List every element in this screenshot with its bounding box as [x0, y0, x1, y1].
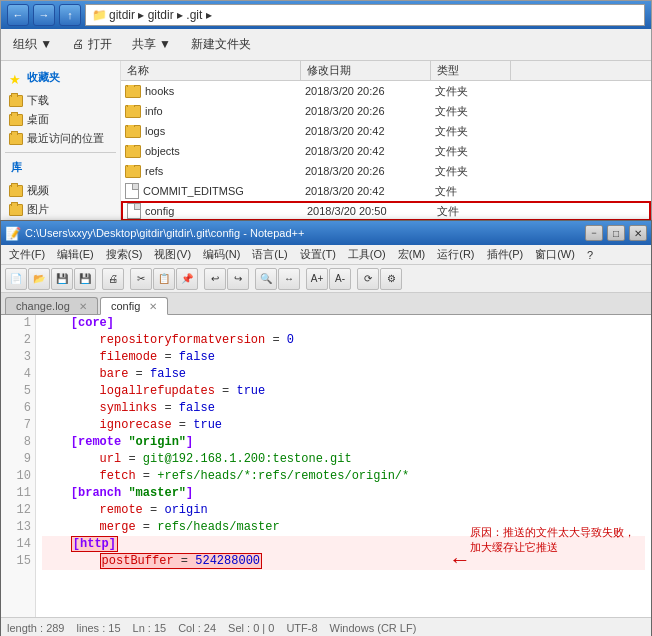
tab-changelog-close[interactable]: ✕: [79, 301, 87, 312]
file-name: hooks: [121, 85, 301, 98]
folder-icon: [125, 105, 141, 118]
tab-config[interactable]: config ✕: [100, 297, 168, 315]
open-label: 🖨 打开: [72, 36, 111, 53]
table-row[interactable]: refs 2018/3/20 20:26 文件夹: [121, 161, 651, 181]
sidebar-desktop-label: 桌面: [27, 112, 49, 127]
file-date: 2018/3/20 20:42: [301, 145, 431, 157]
table-row[interactable]: logs 2018/3/20 20:42 文件夹: [121, 121, 651, 141]
tab-config-label: config: [111, 300, 140, 312]
sidebar-item-recent[interactable]: 最近访问的位置: [5, 129, 116, 148]
find-button[interactable]: 🔍: [255, 268, 277, 290]
organize-button[interactable]: 组织 ▼: [9, 34, 56, 55]
menu-macro[interactable]: 宏(M): [392, 245, 432, 264]
settings-button[interactable]: ⚙: [380, 268, 402, 290]
zoom-out-button[interactable]: A-: [329, 268, 351, 290]
status-sel: Sel : 0 | 0: [228, 622, 274, 634]
copy-button[interactable]: 📋: [153, 268, 175, 290]
code-line-12: remote = origin: [42, 502, 645, 519]
undo-button[interactable]: ↩: [204, 268, 226, 290]
folder-icon: [9, 204, 23, 216]
code-line-10: fetch = +refs/heads/*:refs/remotes/origi…: [42, 468, 645, 485]
save-button[interactable]: 💾: [51, 268, 73, 290]
table-row[interactable]: hooks 2018/3/20 20:26 文件夹: [121, 81, 651, 101]
sidebar-item-pictures[interactable]: 图片: [5, 200, 116, 219]
menu-settings[interactable]: 设置(T): [294, 245, 342, 264]
zoom-in-button[interactable]: A+: [306, 268, 328, 290]
cut-button[interactable]: ✂: [130, 268, 152, 290]
breadcrumb[interactable]: 📁 gitdir ▸ gitdir ▸ .git ▸: [85, 4, 645, 26]
file-icon: [125, 183, 139, 199]
tab-changelog-label: change.log: [16, 300, 70, 312]
back-button[interactable]: ←: [7, 4, 29, 26]
file-date: 2018/3/20 20:42: [301, 125, 431, 137]
sidebar-recent-label: 最近访问的位置: [27, 131, 104, 146]
menu-search[interactable]: 搜索(S): [100, 245, 149, 264]
notepad-tabs: change.log ✕ config ✕: [1, 293, 651, 315]
table-row[interactable]: COMMIT_EDITMSG 2018/3/20 20:42 文件: [121, 181, 651, 201]
explorer-toolbar: 组织 ▼ 🖨 打开 共享 ▼ 新建文件夹: [1, 29, 651, 61]
tab-config-close[interactable]: ✕: [149, 301, 157, 312]
folder-icon: [125, 85, 141, 98]
file-name: objects: [121, 145, 301, 158]
sidebar-pictures-label: 图片: [27, 202, 49, 217]
forward-button[interactable]: →: [33, 4, 55, 26]
menu-view[interactable]: 视图(V): [148, 245, 197, 264]
redo-button[interactable]: ↪: [227, 268, 249, 290]
maximize-button[interactable]: □: [607, 225, 625, 241]
file-name: COMMIT_EDITMSG: [121, 183, 301, 199]
menu-run[interactable]: 运行(R): [431, 245, 480, 264]
close-button[interactable]: ✕: [629, 225, 647, 241]
paste-button[interactable]: 📌: [176, 268, 198, 290]
sync-button[interactable]: ⟳: [357, 268, 379, 290]
library-label: 库: [9, 159, 24, 176]
tab-changelog[interactable]: change.log ✕: [5, 297, 98, 314]
file-type: 文件夹: [431, 84, 511, 99]
notepad-menubar: 文件(F) 编辑(E) 搜索(S) 视图(V) 编码(N) 语言(L) 设置(T…: [1, 245, 651, 265]
menu-encoding[interactable]: 编码(N): [197, 245, 246, 264]
column-name[interactable]: 名称: [121, 61, 301, 80]
code-line-9: url = git@192.168.1.200:testone.git: [42, 451, 645, 468]
menu-language[interactable]: 语言(L): [246, 245, 293, 264]
minimize-button[interactable]: －: [585, 225, 603, 241]
menu-tools[interactable]: 工具(O): [342, 245, 392, 264]
open-button[interactable]: 📂: [28, 268, 50, 290]
status-length: length : 289: [7, 622, 65, 634]
column-date[interactable]: 修改日期: [301, 61, 431, 80]
menu-window[interactable]: 窗口(W): [529, 245, 581, 264]
sidebar-item-downloads[interactable]: 下载: [5, 91, 116, 110]
save-all-button[interactable]: 💾: [74, 268, 96, 290]
favorites-label: 收藏夹: [25, 69, 62, 86]
file-name: info: [121, 105, 301, 118]
share-button[interactable]: 共享 ▼: [128, 34, 175, 55]
annotation-box: 原因：推送的文件太大导致失败，加大缓存让它推送: [470, 525, 645, 556]
code-line-5: logallrefupdates = true: [42, 383, 645, 400]
print-button[interactable]: 🖨: [102, 268, 124, 290]
menu-edit[interactable]: 编辑(E): [51, 245, 100, 264]
replace-button[interactable]: ↔: [278, 268, 300, 290]
table-row[interactable]: objects 2018/3/20 20:42 文件夹: [121, 141, 651, 161]
sidebar-divider: [5, 152, 116, 153]
file-type: 文件夹: [431, 164, 511, 179]
up-button[interactable]: ↑: [59, 4, 81, 26]
file-name-config: config: [123, 203, 303, 219]
file-type: 文件夹: [431, 124, 511, 139]
sidebar-item-video[interactable]: 视频: [5, 181, 116, 200]
sidebar-favorites-header: ★ 收藏夹: [5, 67, 116, 91]
menu-file[interactable]: 文件(F): [3, 245, 51, 264]
file-list-header: 名称 修改日期 类型: [121, 61, 651, 81]
notepad-editor[interactable]: 1 2 3 4 5 6 7 8 9 10 11 12 13 14 15 [cor…: [1, 315, 651, 617]
folder-icon: [9, 114, 23, 126]
table-row[interactable]: info 2018/3/20 20:26 文件夹: [121, 101, 651, 121]
new-button[interactable]: 📄: [5, 268, 27, 290]
column-type[interactable]: 类型: [431, 61, 511, 80]
new-folder-button[interactable]: 新建文件夹: [187, 34, 255, 55]
notepad-window: 📝 C:\Users\xxyy\Desktop\gitdir\gitdir\.g…: [0, 220, 652, 636]
table-row-config[interactable]: config 2018/3/20 20:50 文件: [121, 201, 651, 221]
code-content[interactable]: [core] repositoryformatversion = 0 filem…: [36, 315, 651, 617]
sidebar-item-desktop[interactable]: 桌面: [5, 110, 116, 129]
menu-plugins[interactable]: 插件(P): [481, 245, 530, 264]
menu-help[interactable]: ?: [581, 247, 599, 263]
explorer-titlebar: ← → ↑ 📁 gitdir ▸ gitdir ▸ .git ▸: [1, 1, 651, 29]
file-date: 2018/3/20 20:26: [301, 85, 431, 97]
open-button[interactable]: 🖨 打开: [68, 34, 115, 55]
